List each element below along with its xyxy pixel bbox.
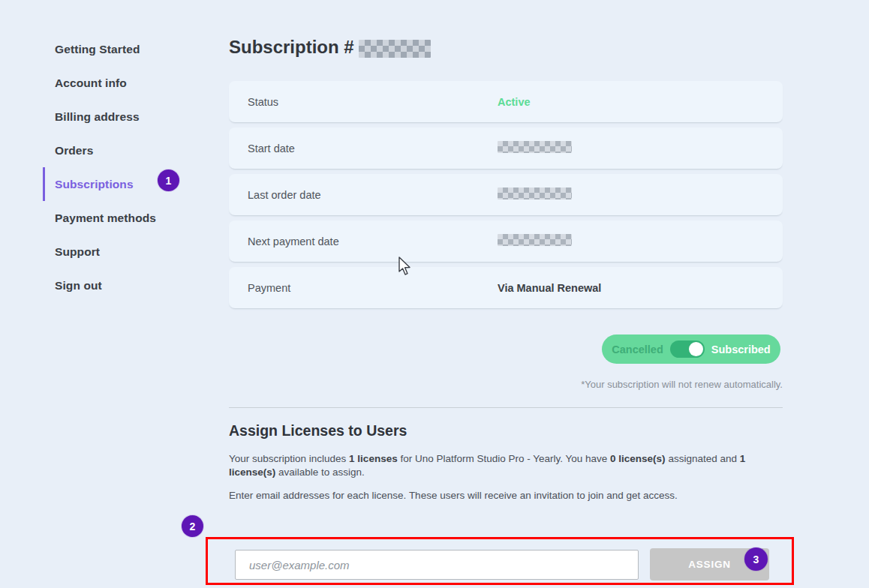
payment-method-value: Via Manual Renewal [498,282,601,294]
assign-licenses-heading: Assign Licenses to Users [229,422,407,440]
license-instruction-text: Enter email addresses for each license. … [229,490,784,501]
row-label: Payment [248,282,290,294]
table-row-start-date: Start date [229,128,783,169]
sidebar-item-support[interactable]: Support [43,235,223,268]
toggle-subscribed-label: Subscribed [711,344,771,356]
page-title: Subscription # [229,37,431,58]
row-label: Status [248,96,278,108]
toggle-knob [689,342,703,356]
toggle-cancelled-label: Cancelled [612,344,663,356]
sidebar-item-orders[interactable]: Orders [43,134,223,167]
table-row-payment: Payment Via Manual Renewal [229,267,783,308]
toggle-switch[interactable] [670,340,705,358]
page-title-text: Subscription # [229,37,354,58]
sidebar-item-account-info[interactable]: Account info [43,66,223,100]
sidebar-item-sign-out[interactable]: Sign out [43,268,223,302]
annotation-step-2-badge: 2 [182,515,203,537]
sidebar-item-getting-started[interactable]: Getting Started [43,32,223,66]
license-email-input[interactable] [235,550,639,580]
section-divider [229,407,783,408]
annotation-step-3-badge: 3 [744,548,768,571]
renewal-footnote: *Your subscription will not renew automa… [229,379,783,390]
sidebar-item-subscriptions[interactable]: Subscriptions [43,167,223,201]
redacted-subscription-id [359,40,431,58]
subscription-page: Getting Started Account info Billing add… [0,0,869,588]
license-summary-text: Your subscription includes 1 licenses fo… [229,452,784,479]
account-sidebar: Getting Started Account info Billing add… [43,32,223,302]
table-row-next-payment-date: Next payment date [229,220,783,262]
table-row-last-order-date: Last order date [229,174,783,215]
redacted-start-date [498,141,572,153]
table-row-status: Status Active [229,81,783,122]
annotation-step-1-badge: 1 [158,170,179,191]
row-label: Last order date [248,189,321,201]
subscription-status-toggle[interactable]: Cancelled Subscribed [602,334,780,364]
redacted-last-order-date [498,188,572,200]
sidebar-item-billing-address[interactable]: Billing address [43,100,223,134]
sidebar-item-payment-methods[interactable]: Payment methods [43,201,223,235]
row-label: Next payment date [248,236,339,248]
subscription-details-table: Status Active Start date Last order date… [229,81,783,314]
redacted-next-payment-date [498,234,572,246]
status-badge: Active [498,96,531,108]
row-label: Start date [248,142,295,154]
